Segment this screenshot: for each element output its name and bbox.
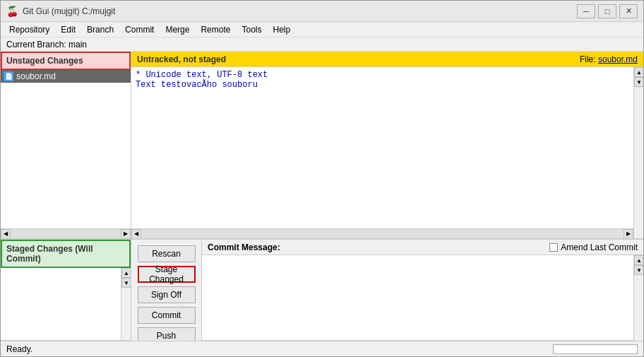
menubar: Repository Edit Branch Commit Merge Remo…	[1, 22, 643, 37]
main-content: Unstaged Changes 📄 soubor.md ◀ ▶	[1, 52, 643, 341]
diff-vscroll-down[interactable]: ▼	[634, 77, 643, 87]
commit-panel: Commit Message: Amend Last Commit ◀ ▶	[202, 240, 643, 341]
titlebar: 🍒 Git Gui (mujgit) C:/mujgit ─ □ ✕	[1, 1, 643, 22]
sign-off-button[interactable]: Sign Off	[138, 286, 196, 303]
diff-with-scroll: * Unicode text, UTF-8 text Text testovac…	[131, 67, 643, 238]
menu-merge[interactable]: Merge	[160, 23, 195, 36]
diff-panel: Untracked, not staged File: soubor.md * …	[131, 52, 643, 238]
menu-repository[interactable]: Repository	[4, 23, 55, 36]
commit-vscroll-up[interactable]: ▲	[634, 255, 643, 265]
file-label: File: soubor.md	[580, 54, 638, 64]
commit-header: Commit Message: Amend Last Commit	[202, 240, 643, 255]
file-item-soubor[interactable]: 📄 soubor.md	[1, 70, 131, 83]
current-branch-text: Current Branch: main	[6, 40, 87, 49]
staged-vscroll-up[interactable]: ▲	[121, 268, 131, 278]
diff-content-area: * Unicode text, UTF-8 text Text testovac…	[131, 67, 633, 238]
minimize-button[interactable]: ─	[577, 4, 595, 18]
staged-file-list[interactable]	[1, 268, 121, 340]
diff-view: * Unicode text, UTF-8 text Text testovac…	[131, 67, 633, 228]
current-branch-bar: Current Branch: main	[1, 37, 643, 52]
top-section: Unstaged Changes 📄 soubor.md ◀ ▶	[1, 52, 643, 239]
staged-list-area: ▲▼	[1, 268, 131, 340]
action-buttons-panel: Rescan Stage Changed Sign Off Commit Pus…	[131, 240, 202, 341]
file-status-bar: Untracked, not staged File: soubor.md	[131, 52, 643, 67]
commit-message-label: Commit Message:	[208, 242, 280, 252]
amend-checkbox[interactable]	[549, 243, 558, 252]
staged-vscroll-down[interactable]: ▼	[121, 278, 131, 288]
stage-changed-button[interactable]: Stage Changed	[138, 266, 196, 283]
amend-last-commit[interactable]: Amend Last Commit	[549, 242, 638, 252]
statusbar-text: Ready.	[6, 344, 32, 354]
unstaged-panel: Unstaged Changes 📄 soubor.md ◀ ▶	[1, 52, 131, 238]
diff-vscroll-up[interactable]: ▲	[634, 67, 643, 77]
amend-label: Amend Last Commit	[561, 242, 638, 252]
file-status-text: Untracked, not staged	[137, 54, 226, 64]
app-icon: 🍒	[6, 6, 18, 17]
menu-commit[interactable]: Commit	[119, 23, 160, 36]
menu-help[interactable]: Help	[267, 23, 296, 36]
staged-panel: Staged Changes (Will Commit) ▲▼ ◀ ▶	[1, 240, 131, 341]
hscroll-track[interactable]	[11, 229, 121, 239]
commit-vscroll[interactable]: ▲ ▼	[633, 255, 643, 341]
hscroll-left-arrow[interactable]: ◀	[1, 229, 11, 239]
diff-line-2: Text testovacÃ­ho souboru	[136, 80, 629, 90]
unstaged-file-list[interactable]: 📄 soubor.md	[1, 70, 131, 228]
diff-hscroll-right[interactable]: ▶	[624, 229, 633, 239]
push-button[interactable]: Push	[138, 327, 196, 341]
diff-hscroll[interactable]: ◀ ▶	[131, 228, 633, 238]
staged-vscroll[interactable]: ▲▼	[121, 268, 131, 340]
close-button[interactable]: ✕	[619, 4, 638, 18]
file-name: soubor.md	[16, 71, 56, 81]
titlebar-left: 🍒 Git Gui (mujgit) C:/mujgit	[6, 6, 115, 17]
diff-line-1: * Unicode text, UTF-8 text	[136, 70, 629, 80]
main-window: 🍒 Git Gui (mujgit) C:/mujgit ─ □ ✕ Repos…	[0, 0, 644, 357]
menu-branch[interactable]: Branch	[81, 23, 119, 36]
window-title: Git Gui (mujgit) C:/mujgit	[23, 6, 115, 16]
statusbar-scrollbar[interactable]	[553, 344, 638, 354]
menu-remote[interactable]: Remote	[195, 23, 236, 36]
diff-vscroll[interactable]: ▲ ▼	[633, 67, 643, 238]
commit-message-input[interactable]	[202, 255, 633, 340]
statusbar: Ready.	[1, 341, 643, 356]
staged-header: Staged Changes (Will Commit)	[1, 240, 131, 268]
commit-button[interactable]: Commit	[138, 307, 196, 324]
commit-vscroll-down[interactable]: ▼	[634, 265, 643, 275]
unstaged-hscroll[interactable]: ◀ ▶	[1, 228, 131, 238]
diff-hscroll-track[interactable]	[141, 229, 624, 239]
commit-textarea-area: ◀ ▶ ▲ ▼	[202, 255, 643, 341]
menu-tools[interactable]: Tools	[236, 23, 267, 36]
maximize-button[interactable]: □	[598, 4, 616, 18]
commit-area: ◀ ▶	[202, 255, 633, 341]
bottom-section: Staged Changes (Will Commit) ▲▼ ◀ ▶ Resc…	[1, 239, 643, 341]
window-controls: ─ □ ✕	[577, 4, 638, 18]
menu-edit[interactable]: Edit	[55, 23, 81, 36]
file-link[interactable]: soubor.md	[598, 54, 638, 64]
file-icon: 📄	[4, 71, 13, 81]
diff-hscroll-left[interactable]: ◀	[131, 229, 141, 239]
rescan-button[interactable]: Rescan	[138, 245, 196, 262]
unstaged-header: Unstaged Changes	[1, 52, 131, 70]
hscroll-right-arrow[interactable]: ▶	[121, 229, 131, 239]
